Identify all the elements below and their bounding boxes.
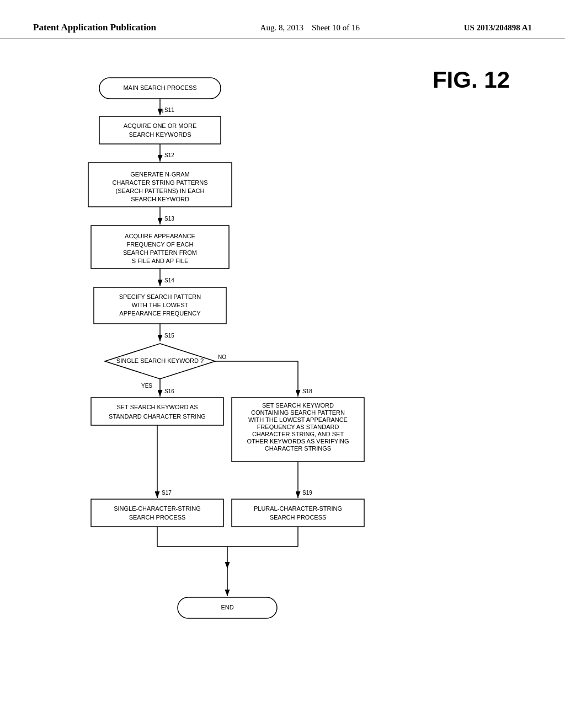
step-s15-label: S15 bbox=[164, 333, 174, 339]
node-s18-line3: WITH THE LOWEST APPEARANCE bbox=[248, 416, 348, 423]
node-s17-line1: SINGLE-CHARACTER-STRING bbox=[114, 505, 201, 512]
node-s11 bbox=[99, 116, 221, 144]
node-s12-line4: SEARCH KEYWORD bbox=[131, 196, 189, 202]
node-s19-line1: PLURAL-CHARACTER-STRING bbox=[254, 505, 342, 512]
node-s15-label: SINGLE SEARCH KEYWORD ? bbox=[116, 357, 204, 364]
page: Patent Application Publication Aug. 8, 2… bbox=[0, 0, 565, 728]
node-s13-line3: SEARCH PATTERN FROM bbox=[123, 249, 197, 256]
step-s14-label: S14 bbox=[164, 277, 174, 283]
node-s13-line4: S FILE AND AP FILE bbox=[132, 258, 189, 264]
flowchart-svg: MAIN SEARCH PROCESS S11 ACQUIRE ONE OR M… bbox=[33, 67, 447, 701]
diagram-area: FIG. 12 MAIN SEARCH PROCESS S11 ACQ bbox=[0, 39, 565, 723]
yes-label: YES bbox=[141, 383, 152, 389]
node-s13-line1: ACQUIRE APPEARANCE bbox=[125, 233, 195, 239]
node-s16 bbox=[91, 398, 223, 425]
header-patent-number: US 2013/204898 A1 bbox=[464, 23, 532, 33]
node-s16-line1: SET SEARCH KEYWORD AS bbox=[116, 404, 198, 410]
node-s17 bbox=[91, 499, 223, 527]
node-s18-line7: CHARACTER STRINGS bbox=[265, 445, 331, 452]
node-s18-line4: FREQUENCY AS STANDARD bbox=[257, 424, 339, 430]
step-s18-label: S18 bbox=[302, 388, 312, 394]
node-s14-line2: WITH THE LOWEST bbox=[132, 302, 189, 308]
node-s12-line1: GENERATE N-GRAM bbox=[130, 171, 189, 178]
node-s19-line2: SEARCH PROCESS bbox=[270, 514, 327, 521]
node-s19 bbox=[232, 499, 364, 527]
header-date-sheet: Aug. 8, 2013 Sheet 10 of 16 bbox=[260, 23, 360, 33]
node-s12-line3: (SEARCH PATTERNS) IN EACH bbox=[116, 188, 205, 194]
header-publication: Patent Application Publication bbox=[33, 22, 156, 33]
step-s19-label: S19 bbox=[302, 490, 312, 496]
node-s18-line5: CHARACTER STRING, AND SET bbox=[252, 431, 344, 437]
node-end-label: END bbox=[221, 604, 233, 611]
node-s16-line2: STANDARD CHARACTER STRING bbox=[109, 413, 206, 420]
node-s18-line2: CONTAINING SEARCH PATTERN bbox=[251, 409, 345, 416]
fig-label: FIG. 12 bbox=[433, 67, 510, 93]
node-s14-line1: SPECIFY SEARCH PATTERN bbox=[119, 293, 201, 300]
node-s17-line2: SEARCH PROCESS bbox=[129, 514, 186, 521]
node-start-label: MAIN SEARCH PROCESS bbox=[123, 84, 196, 91]
node-s11-line1: ACQUIRE ONE OR MORE bbox=[124, 122, 197, 129]
node-s14-line3: APPEARANCE FREQUENCY bbox=[119, 310, 201, 317]
node-s13-line2: FREQUENCY OF EACH bbox=[127, 241, 194, 248]
step-s17-label: S17 bbox=[162, 490, 172, 496]
step-s13-label: S13 bbox=[164, 216, 174, 222]
node-s11-line2: SEARCH KEYWORDS bbox=[129, 131, 191, 138]
no-label: NO bbox=[218, 354, 226, 360]
node-s18-line6: OTHER KEYWORDS AS VERIFYING bbox=[247, 438, 349, 445]
header: Patent Application Publication Aug. 8, 2… bbox=[0, 0, 565, 39]
step-s11-label: S11 bbox=[164, 107, 174, 113]
step-s16-label: S16 bbox=[164, 388, 174, 394]
node-s18-line1: SET SEARCH KEYWORD bbox=[262, 402, 334, 409]
node-s12-line2: CHARACTER STRING PATTERNS bbox=[112, 179, 207, 186]
flowchart-container: MAIN SEARCH PROCESS S11 ACQUIRE ONE OR M… bbox=[33, 56, 532, 701]
step-s12-label: S12 bbox=[164, 152, 174, 158]
